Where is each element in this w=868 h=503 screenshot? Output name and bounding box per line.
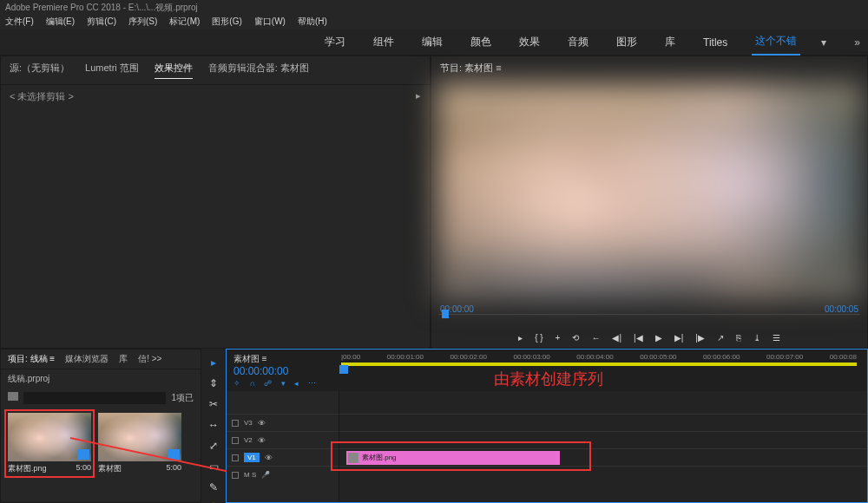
tool-track-select[interactable]: ⇕ [207,376,220,390]
tool-ripple[interactable]: ✂ [207,397,220,411]
tool-strip: ▸ ⇕ ✂ ↔ ⤢ ▭ ✎ ✋ T [201,349,226,503]
annotation-box [331,441,591,471]
bin-item[interactable]: 素材图5:00 [98,413,181,474]
track-head-v1[interactable]: V1👁 [227,448,339,466]
tab-lumetri[interactable]: Lumetri 范围 [85,62,139,79]
lock-icon[interactable] [232,472,239,479]
menu-edit[interactable]: 编辑(E) [46,16,75,29]
btn-goto-in[interactable]: ← [591,333,600,343]
btn-next[interactable]: ▶| [674,333,684,343]
lock-icon[interactable] [232,454,239,461]
tab-source[interactable]: 源:（无剪辑） [10,62,69,79]
timeline-name[interactable]: 素材图 ≡ [233,353,338,365]
workspace-tabs: 学习 组件 编辑 颜色 效果 音频 图形 库 Titles 这个不错 ▾ » [0,29,868,56]
bin-thumb[interactable] [8,413,91,461]
btn-add[interactable]: + [556,333,561,343]
ws-titles[interactable]: Titles [700,31,731,54]
folder-icon[interactable] [8,392,18,401]
ruler-tick: 00:00:02:00 [450,353,487,361]
ws-edit[interactable]: 编辑 [418,29,446,55]
annotation-text: 由素材创建序列 [494,369,603,389]
menu-clip[interactable]: 剪辑(C) [87,16,116,29]
ws-color[interactable]: 颜色 [467,29,495,55]
ws-learn[interactable]: 学习 [321,29,349,55]
menu-marker[interactable]: 标记(M) [169,16,200,29]
ws-library[interactable]: 库 [661,29,679,55]
btn-settings[interactable]: ☰ [773,333,780,343]
track-head-v2[interactable]: V2👁 [227,431,339,448]
timeline-ruler[interactable]: |00:00 00:00:01:00 00:00:02:00 00:00:03:… [338,353,860,388]
track-head-a1[interactable]: M S🎤 [227,466,339,483]
tab-project[interactable]: 项目: 线稿 ≡ [8,353,55,365]
project-filter-input[interactable] [23,392,166,404]
ws-custom[interactable]: 这个不错 [752,29,800,56]
menu-window[interactable]: 窗口(W) [254,16,286,29]
track-label: V1 [244,453,260,462]
project-count: 1项已 [171,392,194,404]
ruler-tick: 00:00:01:00 [387,353,424,361]
tool-pen[interactable]: ✎ [207,480,220,494]
project-filename: 线稿.prproj [8,373,49,385]
bin-name: 素材图 [98,463,122,474]
btn-loop[interactable]: ⟲ [572,333,579,343]
lane-v3[interactable] [339,414,867,431]
tool-razor[interactable]: ↔ [207,418,220,432]
timeline-playhead-icon[interactable] [339,365,348,374]
track-label: M S [244,471,256,479]
program-preview[interactable] [437,83,862,301]
ws-assembly[interactable]: 组件 [370,29,398,55]
ws-graphics[interactable]: 图形 [613,29,641,55]
ws-more-icon[interactable]: » [854,36,860,49]
ws-effects[interactable]: 效果 [516,29,543,55]
lock-icon[interactable] [232,420,239,427]
mic-icon[interactable]: 🎤 [261,471,270,479]
bin-dur: 5:00 [166,463,181,474]
tab-info[interactable]: 信! >> [138,353,161,365]
tab-effect-controls[interactable]: 效果控件 [155,62,193,79]
menu-file[interactable]: 文件(F) [5,16,34,29]
btn-step-back[interactable]: ◀| [612,333,621,343]
chevron-right-icon[interactable]: ▸ [416,90,421,103]
eye-icon[interactable]: 👁 [265,454,273,462]
menu-graphics[interactable]: 图形(G) [212,16,241,29]
eye-icon[interactable]: 👁 [258,419,266,428]
ruler-tick: 00:00:07:00 [766,353,803,361]
menubar: 文件(F) 编辑(E) 剪辑(C) 序列(S) 标记(M) 图形(G) 窗口(W… [0,16,868,29]
btn-marker[interactable]: ▸ [518,333,523,343]
btn-play[interactable]: ▶ [655,333,662,343]
program-header: 节目: 素材图 ≡ [431,56,867,80]
ruler-tick: 00:00:03:00 [513,353,549,361]
tab-audio-mixer[interactable]: 音频剪辑混合器: 素材图 [208,62,309,79]
btn-prev[interactable]: |◀ [634,333,643,343]
timecode-right: 00:00:05 [825,304,858,314]
lock-icon[interactable] [232,437,239,444]
menu-sequence[interactable]: 序列(S) [128,16,157,29]
ruler-tick: 00:00:08 [830,353,857,361]
ws-dropdown-icon[interactable]: ▾ [821,36,826,49]
btn-lift[interactable]: ↗ [717,333,724,343]
btn-step-fwd[interactable]: |▶ [695,333,705,343]
timeline-timecode[interactable]: 00:00:00:00 [233,365,338,377]
track-lanes[interactable]: 素材图.png [339,391,867,502]
playhead-icon[interactable] [442,310,449,318]
btn-inout[interactable]: { } [535,333,542,343]
track-head-v3[interactable]: V3👁 [227,414,339,431]
work-area-bar[interactable] [341,363,857,366]
eye-icon[interactable]: 👁 [258,436,266,445]
btn-extract[interactable]: ⎘ [736,333,741,343]
bin-thumb[interactable] [98,413,181,461]
bin-item[interactable]: 素材图.png5:00 [8,413,91,474]
tab-library[interactable]: 库 [119,353,128,365]
menu-help[interactable]: 帮助(H) [298,16,327,29]
program-scrubber[interactable] [438,314,860,330]
track-label: V2 [244,436,253,444]
tool-selection[interactable]: ▸ [207,356,220,369]
timeline-icons[interactable]: ✧ ∩ ☍ ▾ ◂ ⋯ [233,377,338,388]
transport-bar: ▸ { } + ⟲ ← ◀| |◀ ▶ ▶| |▶ ↗ ⎘ ⤓ ☰ [431,330,867,348]
bin-name: 素材图.png [8,463,47,474]
btn-export[interactable]: ⤓ [753,333,760,343]
ws-audio[interactable]: 音频 [564,29,592,55]
source-panel: 源:（无剪辑） Lumetri 范围 效果控件 音频剪辑混合器: 素材图 < 未… [0,56,431,349]
tool-slip[interactable]: ⤢ [207,439,220,453]
tab-media-browser[interactable]: 媒体浏览器 [65,353,108,365]
